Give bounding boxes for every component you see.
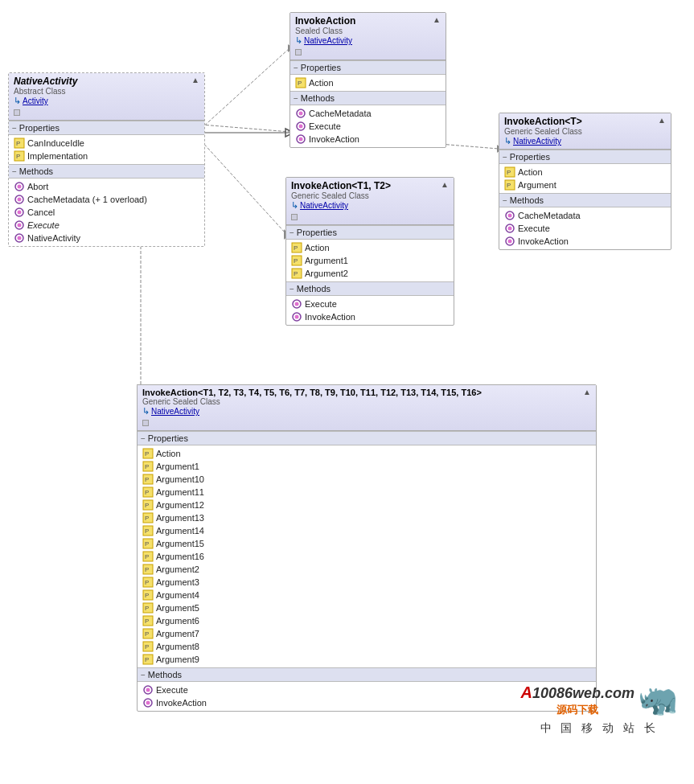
prop-icon-argument-iaT: P: [504, 179, 515, 191]
watermark: A10086web.com 源码下载 🦏 中 国 移 动 站 长: [520, 680, 678, 736]
class-stereotype-nativeactivity: Abstract Class: [14, 87, 188, 96]
member-action-t1t2: P Action: [290, 241, 450, 254]
class-parent-invokeaction-big: NativeActivity: [151, 407, 199, 416]
method-icon-cachemetadata-iaT: [504, 210, 515, 221]
svg-text:P: P: [145, 605, 149, 612]
svg-point-29: [299, 125, 303, 129]
collapse-btn-invokeactionT1T2[interactable]: ▲: [441, 180, 449, 189]
member-abort: Abort: [12, 180, 201, 193]
prop-icon-action-big: P: [142, 448, 154, 459]
class-stereotype-invokeactionT1T2: Generic Sealed Class: [291, 191, 437, 200]
method-icon-invokeaction-iaT: [504, 236, 515, 247]
section-body-props-invokeaction-big: P Action P Argument1 P Argument10 P Argu…: [138, 445, 596, 667]
svg-text:P: P: [145, 476, 149, 483]
svg-line-0: [201, 48, 290, 129]
method-icon-cachemetadata-ia: [295, 108, 306, 119]
method-icon-cancel: [14, 207, 25, 218]
member-argument7-big: P Argument7: [141, 627, 593, 640]
section-body-props-invokeactionT1T2: P Action P Argument1 P Argument2: [286, 240, 454, 281]
svg-text:P: P: [145, 502, 149, 509]
svg-point-19: [18, 211, 22, 215]
method-icon-nativeactivity-ctor: [14, 232, 25, 244]
class-name-invokeaction: InvokeAction: [295, 15, 429, 27]
svg-point-87: [146, 688, 150, 692]
member-caninduceidle: P CanInduceIdle: [12, 137, 201, 150]
member-execute-t1t2: Execute: [290, 298, 450, 310]
member-execute-ia: Execute: [294, 120, 442, 133]
watermark-line1: A10086web.com: [520, 682, 634, 703]
method-icon-execute-t1t2: [291, 298, 302, 310]
member-invokeaction-iaT: InvokeAction: [503, 235, 667, 248]
class-name-invokeaction-big: InvokeAction<T1, T2, T3, T4, T5, T6, T7,…: [142, 388, 580, 397]
class-parent-invokeactionT1T2: NativeActivity: [300, 201, 348, 210]
rhino-icon: 🦏: [638, 680, 678, 718]
section-methods-invokeactionT: − Methods: [499, 193, 671, 207]
class-stereotype-invokeactionT: Generic Sealed Class: [504, 127, 655, 136]
section-body-props-invokeactionT: P Action P Argument: [499, 164, 671, 193]
watermark-line2: 源码下载: [520, 703, 634, 717]
collapse-btn-invokeaction[interactable]: ▲: [433, 15, 441, 24]
svg-text:P: P: [145, 540, 149, 548]
svg-text:P: P: [294, 244, 298, 252]
member-argument12-big: P Argument12: [141, 499, 593, 511]
class-header-invokeactionT1T2: InvokeAction<T1, T2> Generic Sealed Clas…: [286, 178, 454, 225]
svg-text:P: P: [145, 592, 149, 599]
section-methods-invokeaction: − Methods: [290, 91, 446, 105]
member-argument15-big: P Argument15: [141, 537, 593, 550]
method-icon-abort: [14, 181, 25, 192]
class-parent-invokeactionT: NativeActivity: [513, 137, 561, 146]
prop-icon-action-ia: P: [295, 77, 306, 88]
expand-indicator-t1t2: [291, 214, 298, 220]
watermark-line3: 中 国 移 动 站 长: [520, 721, 678, 736]
method-icon-invokeaction-t1t2: [291, 311, 302, 322]
section-body-methods-invokeaction: CacheMetadata Execute InvokeAction: [290, 105, 446, 147]
svg-text:P: P: [507, 169, 511, 176]
svg-text:P: P: [145, 630, 149, 638]
svg-point-49: [295, 302, 299, 306]
member-cachemetadata-native: CacheMetadata (+ 1 overload): [12, 193, 201, 206]
invokeaction-box: InvokeAction Sealed Class ↳ NativeActivi…: [290, 12, 446, 148]
collapse-btn-invokeactionT[interactable]: ▲: [658, 116, 666, 125]
section-props-invokeactionT1T2: − Properties: [286, 225, 454, 240]
svg-text:P: P: [145, 527, 149, 535]
section-body-methods-invokeactionT1T2: Execute InvokeAction: [286, 296, 454, 325]
member-argument9-big: P Argument9: [141, 653, 593, 666]
collapse-btn-invokeaction-big[interactable]: ▲: [583, 388, 591, 396]
member-argument-iaT: P Argument: [503, 179, 667, 191]
collapse-btn-nativeactivity[interactable]: ▲: [191, 76, 199, 84]
member-argument6-big: P Argument6: [141, 614, 593, 627]
section-props-invokeactionT: − Properties: [499, 150, 671, 164]
class-header-invokeactionT: InvokeAction<T> Generic Sealed Class ↳ N…: [499, 113, 671, 150]
method-icon-invokeaction-ia: [295, 133, 306, 145]
method-icon-cachemetadata-native: [14, 194, 25, 205]
member-argument1-big: P Argument1: [141, 460, 593, 473]
nativeactivity-box: NativeActivity Abstract Class ↳ Activity…: [8, 72, 205, 247]
class-header-nativeactivity: NativeActivity Abstract Class ↳ Activity…: [9, 73, 204, 121]
svg-point-17: [18, 198, 22, 202]
member-argument2-t1t2: P Argument2: [290, 267, 450, 280]
member-cachemetadata-iaT: CacheMetadata: [503, 209, 667, 222]
member-argument14-big: P Argument14: [141, 524, 593, 537]
svg-text:P: P: [16, 140, 20, 147]
svg-text:P: P: [294, 257, 298, 265]
class-stereotype-invokeaction-big: Generic Sealed Class: [142, 397, 580, 406]
member-action-iaT: P Action: [503, 166, 667, 179]
svg-text:P: P: [145, 463, 149, 470]
member-action-big: P Action: [141, 447, 593, 460]
class-stereotype-invokeaction: Sealed Class: [295, 27, 429, 35]
member-argument3-big: P Argument3: [141, 576, 593, 589]
svg-text:P: P: [298, 80, 302, 87]
member-argument5-big: P Argument5: [141, 601, 593, 614]
member-argument1-t1t2: P Argument1: [290, 254, 450, 267]
method-icon-invokeaction-big: [142, 697, 154, 708]
svg-text:P: P: [145, 489, 149, 496]
section-body-props-nativeactivity: P CanInduceIdle P Implementation: [9, 135, 204, 164]
svg-point-41: [508, 240, 512, 244]
member-nativeactivity-ctor: NativeActivity: [12, 232, 201, 244]
svg-point-37: [508, 214, 512, 218]
invokeactionT-box: InvokeAction<T> Generic Sealed Class ↳ N…: [499, 113, 671, 250]
member-argument13-big: P Argument13: [141, 511, 593, 524]
svg-point-15: [18, 185, 22, 189]
method-icon-execute-ia: [295, 121, 306, 132]
section-methods-nativeactivity: − Methods: [9, 164, 204, 179]
